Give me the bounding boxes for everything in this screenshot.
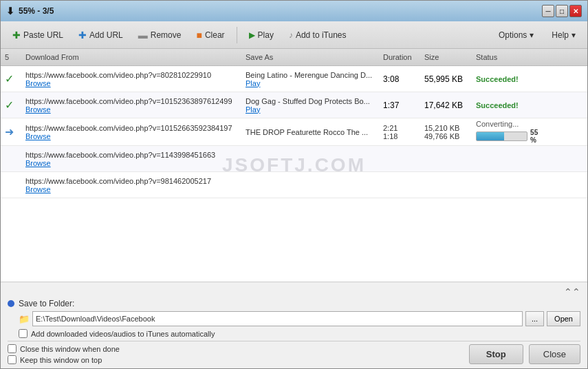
title-bar-controls: ─ □ ✕ xyxy=(542,5,582,17)
itunes-checkbox-label[interactable]: Add downloaded videos/audios to iTunes a… xyxy=(19,329,215,338)
browse-link[interactable]: Browse xyxy=(25,132,237,140)
play-button[interactable]: ▶ Play xyxy=(243,27,280,43)
save-name: THE DROP Featurette Rocco The ... xyxy=(246,128,375,136)
paste-url-button[interactable]: ✚ Paste URL xyxy=(6,26,69,44)
toolbar: ✚ Paste URL ✚ Add URL ▬ Remove ■ Clear ▶… xyxy=(1,21,587,49)
remove-button[interactable]: ▬ Remove xyxy=(132,26,188,44)
row-url-3: https://www.facebook.com/video.php?v=101… xyxy=(21,123,241,142)
browse-link[interactable]: Browse xyxy=(25,79,237,87)
itunes-row: Add downloaded videos/audios to iTunes a… xyxy=(19,329,580,338)
browse-link[interactable]: Browse xyxy=(25,185,237,193)
remove-icon: ▬ xyxy=(138,30,148,41)
folder-path-row: 📁 ... Open xyxy=(19,311,580,326)
table-row: ✓ https://www.facebook.com/video.php?v=8… xyxy=(1,66,587,92)
url-text: https://www.facebook.com/video.php?v=101… xyxy=(25,124,237,132)
title-bar: ⬇ 55% - 3/5 ─ □ ✕ xyxy=(1,1,587,21)
options-chevron-icon: ▾ xyxy=(530,30,534,40)
download-table-container: 5 Download From Save As Duration Size St… xyxy=(1,49,587,282)
row-url-5: https://www.facebook.com/video.php?v=981… xyxy=(21,176,241,195)
window-title: 55% - 3/5 xyxy=(19,6,54,16)
row-icon-3: ➜ xyxy=(1,124,21,140)
browse-link[interactable]: Browse xyxy=(25,105,237,114)
row-saveas-5 xyxy=(241,184,379,187)
row-status-3: Converting... 55 % xyxy=(472,118,547,145)
table-row: ✓ https://www.facebook.com/video.php?v=1… xyxy=(1,92,587,118)
duration-cell: 2:21 1:18 xyxy=(383,124,416,140)
remove-label: Remove xyxy=(151,30,182,40)
play-link[interactable]: Play xyxy=(246,105,375,114)
close-when-done-label[interactable]: Close this window when done xyxy=(8,344,120,353)
row-icon-4 xyxy=(1,158,21,160)
row-url-2: https://www.facebook.com/video.php?v=101… xyxy=(21,96,241,115)
stop-button[interactable]: Stop xyxy=(469,344,523,364)
close-button[interactable]: Close xyxy=(529,344,580,364)
help-label: Help xyxy=(552,30,569,40)
row-url-1: https://www.facebook.com/video.php?v=802… xyxy=(21,70,241,89)
row-saveas-4 xyxy=(241,158,379,160)
keep-on-top-label[interactable]: Keep this window on top xyxy=(8,355,120,364)
minimize-button[interactable]: ─ xyxy=(542,5,554,17)
table-row: ➜ https://www.facebook.com/video.php?v=1… xyxy=(1,118,587,146)
row-duration-3: 2:21 1:18 xyxy=(379,123,420,142)
browse-folder-button[interactable]: ... xyxy=(525,311,544,326)
toolbar-right: Options ▾ Help ▾ xyxy=(492,27,582,43)
row-saveas-1: Being Latino - Merengue Dancing D... Pla… xyxy=(241,70,379,89)
row-status-5 xyxy=(472,184,547,187)
help-button[interactable]: Help ▾ xyxy=(545,27,582,43)
folder-dot xyxy=(8,300,14,307)
col-duration: Duration xyxy=(379,52,420,63)
col-status: Status xyxy=(472,52,547,63)
row-duration-1: 3:08 xyxy=(379,73,420,85)
table-header: 5 Download From Save As Duration Size St… xyxy=(1,49,587,66)
options-button[interactable]: Options ▾ xyxy=(492,27,540,43)
save-name: Being Latino - Merengue Dancing D... xyxy=(246,71,375,79)
arrow-icon: ➜ xyxy=(5,126,14,138)
clear-icon: ■ xyxy=(196,30,202,41)
bottom-panel: ⌃⌃ Save to Folder: 📁 ... Open Add downlo… xyxy=(1,282,587,368)
row-size-2: 17,642 KB xyxy=(420,99,472,112)
add-url-button[interactable]: ✚ Add URL xyxy=(72,26,129,44)
collapse-button[interactable]: ⌃⌃ xyxy=(564,286,580,297)
main-window: ⬇ 55% - 3/5 ─ □ ✕ ✚ Paste URL ✚ Add URL … xyxy=(0,0,588,369)
col-save-as: Save As xyxy=(241,52,379,63)
add-icon: ✚ xyxy=(78,30,87,41)
divider xyxy=(8,341,580,341)
save-folder-row: Save to Folder: xyxy=(8,299,580,308)
col-download-from: Download From xyxy=(21,52,241,63)
bottom-options-row: Close this window when done Keep this wi… xyxy=(8,344,580,364)
keep-on-top-checkbox[interactable] xyxy=(8,355,17,364)
size-2: 49,766 KB xyxy=(424,132,468,140)
folder-path-input[interactable] xyxy=(32,311,523,326)
table-body: ✓ https://www.facebook.com/video.php?v=8… xyxy=(1,66,587,282)
paste-url-label: Paste URL xyxy=(23,30,63,40)
row-status-4 xyxy=(472,158,547,160)
play-icon: ▶ xyxy=(249,30,255,40)
add-url-label: Add URL xyxy=(89,30,123,40)
maximize-button[interactable]: □ xyxy=(556,5,568,17)
duration-2: 1:18 xyxy=(383,132,416,140)
row-size-5 xyxy=(420,184,472,187)
keep-on-top-text: Keep this window on top xyxy=(20,356,102,364)
close-window-button[interactable]: ✕ xyxy=(569,5,582,17)
url-text: https://www.facebook.com/video.php?v=981… xyxy=(25,177,237,185)
progress-fill xyxy=(477,132,504,140)
progress-bar xyxy=(476,131,527,141)
browse-link[interactable]: Browse xyxy=(25,159,237,167)
row-url-4: https://www.facebook.com/video.php?v=114… xyxy=(21,149,241,169)
folder-icon: 📁 xyxy=(19,314,30,324)
add-to-itunes-button[interactable]: ♪ Add to iTunes xyxy=(283,27,353,43)
itunes-checkbox[interactable] xyxy=(19,329,28,338)
row-saveas-3: THE DROP Featurette Rocco The ... xyxy=(241,127,379,138)
size-cell: 15,210 KB 49,766 KB xyxy=(424,124,468,140)
check-icon: ✓ xyxy=(5,73,14,85)
itunes-label: Add to iTunes xyxy=(296,30,347,40)
row-duration-4 xyxy=(379,158,420,160)
clear-button[interactable]: ■ Clear xyxy=(190,26,230,44)
col-size: Size xyxy=(420,52,472,63)
close-when-done-checkbox[interactable] xyxy=(8,344,17,353)
play-link[interactable]: Play xyxy=(246,79,375,87)
toolbar-separator-1 xyxy=(237,27,237,43)
status-converting: Converting... xyxy=(476,120,543,128)
open-folder-button[interactable]: Open xyxy=(547,311,580,326)
row-size-3: 15,210 KB 49,766 KB xyxy=(420,123,472,142)
